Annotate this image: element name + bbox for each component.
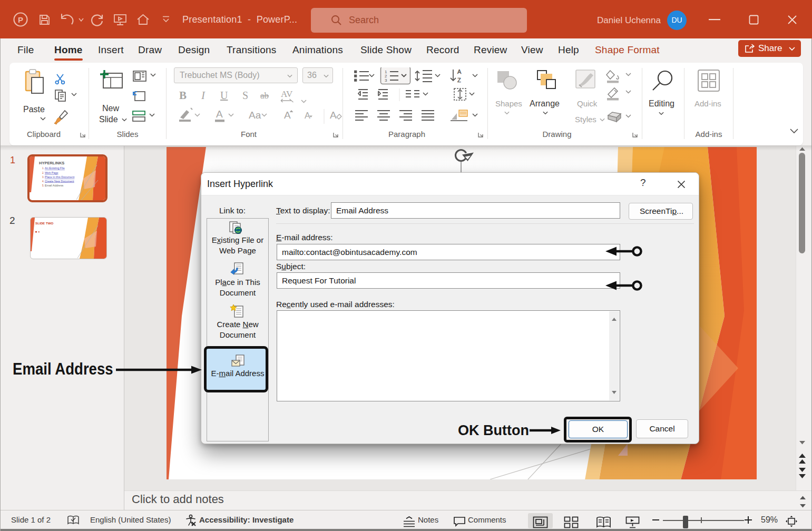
svg-text:Email Address: Email Address [45, 184, 63, 187]
svg-text:3: 3 [385, 78, 387, 83]
svg-text:A: A [216, 109, 223, 120]
svg-text:1.: 1. [42, 167, 44, 170]
svg-text:Web Page: Web Page [45, 171, 58, 174]
svg-text:HYPERLINKS: HYPERLINKS [39, 161, 64, 165]
svg-text:4.: 4. [42, 180, 44, 183]
svg-text:Aa: Aa [249, 110, 261, 121]
svg-text:A: A [330, 110, 337, 121]
svg-text:SLIDE TWO: SLIDE TWO [35, 221, 54, 225]
svg-text:U: U [220, 90, 228, 101]
svg-text:Z: Z [457, 77, 461, 83]
svg-text:AV: AV [281, 89, 293, 99]
svg-text:P: P [18, 15, 23, 24]
svg-text:B: B [179, 89, 187, 102]
svg-text:A: A [457, 68, 462, 75]
svg-text:S: S [242, 90, 248, 101]
svg-text:2.: 2. [42, 172, 44, 174]
svg-text:3.: 3. [42, 176, 44, 179]
svg-text:Place in this Document: Place in this Document [45, 175, 75, 179]
svg-text:A: A [284, 110, 291, 121]
svg-text:ab: ab [260, 91, 269, 101]
svg-text:An Existing File: An Existing File [45, 166, 65, 170]
svg-text:I: I [201, 89, 206, 102]
svg-text:Create New Document: Create New Document [45, 180, 74, 183]
svg-text:5.: 5. [42, 184, 44, 187]
